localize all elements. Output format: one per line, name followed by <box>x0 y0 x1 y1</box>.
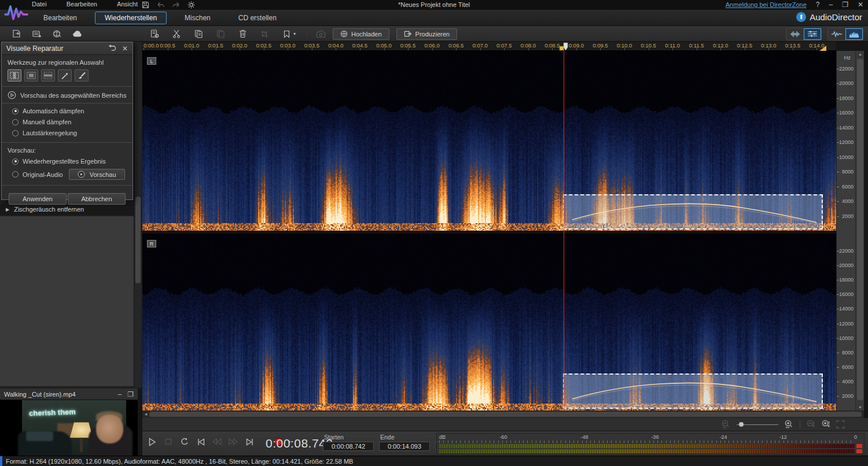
loop-button[interactable] <box>179 437 190 447</box>
copy-icon[interactable] <box>190 28 207 40</box>
hz-tick-label: 12000 <box>839 321 854 327</box>
preview-region-row[interactable]: Vorschau des ausgewählten Bereichs <box>8 91 127 99</box>
level-meter: dB -60-48-36-24-120 <box>436 433 865 454</box>
export-audio-icon[interactable] <box>28 28 46 40</box>
ruler-tick-mark <box>432 48 433 50</box>
video-maximize-icon[interactable]: ❒ <box>127 390 134 398</box>
video-frame[interactable]: cherish them <box>0 400 138 456</box>
properties-icon[interactable] <box>146 28 163 40</box>
marker-dropdown-icon[interactable]: ▾ <box>278 28 301 40</box>
reset-icon[interactable] <box>109 45 116 53</box>
magic-wand-tool-icon[interactable] <box>58 69 72 82</box>
repair-option-radio[interactable]: Automatisch dämpfen <box>12 108 127 114</box>
preview-button[interactable]: Vorschau <box>69 169 125 180</box>
restore-button[interactable]: ❐ <box>842 1 848 9</box>
tab-bearbeiten[interactable]: Bearbeiten <box>34 12 87 24</box>
delete-icon[interactable] <box>234 28 251 40</box>
play-button[interactable] <box>147 437 157 447</box>
waveform-view-icon[interactable] <box>828 28 845 40</box>
divider <box>307 31 307 38</box>
zoom-in-vertical-icon[interactable] <box>821 420 830 429</box>
cancel-button[interactable]: Abbrechen <box>68 193 126 205</box>
mixer-panel-icon[interactable] <box>804 28 821 40</box>
import-file-icon[interactable] <box>8 28 25 40</box>
minimize-button[interactable]: – <box>829 1 833 9</box>
spectral-view-icon[interactable] <box>845 28 863 40</box>
audiodirector-window: Datei Bearbeiten Ansicht *Neues Projekt … <box>0 0 868 466</box>
upgrade-icon[interactable]: ⬆ <box>796 12 806 22</box>
mode-restored-label: Wiederhergestelltes Ergebnis <box>23 158 106 165</box>
range-field-value[interactable]: 0:00:14.093 <box>379 442 430 451</box>
clip-indicator-left[interactable] <box>856 444 862 448</box>
dock-toggle-group <box>786 28 822 40</box>
ruler-tick-mark <box>816 48 817 50</box>
ruler-tick-mark <box>456 48 457 50</box>
range-field: Ende0:00:14.093 <box>379 434 430 451</box>
right-channel-spectrogram[interactable]: R <box>142 234 836 410</box>
tab-wiederherstellen[interactable]: Wiederherstellen <box>95 12 167 24</box>
hz-tick-mark <box>837 353 839 353</box>
vertical-scrollbar[interactable]: ▲ ▼ <box>855 51 864 410</box>
spectral-selection-right[interactable] <box>563 373 823 409</box>
scroll-up-icon[interactable]: ▲ <box>856 52 865 56</box>
stretch-view-icon[interactable] <box>786 28 804 40</box>
playhead-marker[interactable] <box>559 42 569 53</box>
directorzone-signin-link[interactable]: Anmeldung bei DirectorZone <box>726 1 807 8</box>
range-field-value[interactable]: 0:00:08.742 <box>323 442 374 451</box>
go-to-start-button[interactable] <box>196 437 206 447</box>
produce-button[interactable]: Produzieren <box>396 28 457 40</box>
scroll-left-icon[interactable]: ◄ <box>144 412 148 417</box>
close-button[interactable]: ✕ <box>858 1 863 9</box>
zoom-in-horizontal-icon[interactable] <box>784 420 794 429</box>
zoom-slider[interactable] <box>737 421 778 427</box>
rectangle-selection-tool-icon[interactable] <box>24 69 38 82</box>
upload-button[interactable]: Hochladen <box>333 28 389 40</box>
scrollbar-thumb[interactable] <box>149 412 862 417</box>
frequency-selection-tool-icon[interactable] <box>41 69 55 82</box>
zoom-out-vertical-icon <box>806 420 815 429</box>
divider <box>2 185 133 186</box>
titlebar-right: Anmeldung bei DirectorZone ? – ❐ ✕ <box>726 1 863 9</box>
time-selection-tool-icon[interactable] <box>8 69 21 82</box>
divider <box>2 142 133 143</box>
zoom-slider-knob[interactable] <box>739 422 744 427</box>
video-title-bar: Walking _Cut (siren).mp4 – ❒ <box>0 389 138 400</box>
ruler-tick-mark <box>745 48 745 50</box>
scrollbar-thumb[interactable] <box>135 197 141 283</box>
mode-original-radio[interactable]: Original-Audio <box>12 171 63 178</box>
apply-button[interactable]: Anwenden <box>9 193 67 205</box>
cloud-icon[interactable] <box>69 28 86 40</box>
close-dialog-icon[interactable]: ✕ <box>122 45 128 53</box>
toolbar: ▾ Hochladen Produzieren <box>0 26 868 42</box>
app-logo-icon <box>3 2 29 24</box>
ruler-tick-mark <box>600 48 601 50</box>
directorzone-download-icon[interactable] <box>49 28 66 40</box>
ruler-tick-mark <box>408 48 409 50</box>
hz-tick-mark <box>837 324 839 324</box>
horizontal-scrollbar[interactable]: ◄ <box>142 410 864 418</box>
tab-mischen[interactable]: Mischen <box>175 12 220 24</box>
timeline-ruler[interactable]: 0:00.00:00.50:01.00:01.50:02.00:02.50:03… <box>142 42 836 51</box>
cut-icon[interactable] <box>168 28 185 40</box>
help-button[interactable]: ? <box>816 1 820 9</box>
mode-restored-radio[interactable]: Wiederhergestelltes Ergebnis <box>12 158 127 165</box>
hz-tick-mark <box>837 280 839 280</box>
mode-tab-bar: BearbeitenWiederherstellenMischenCD erst… <box>0 10 868 26</box>
scrollbar-thumb[interactable] <box>857 59 863 400</box>
ruler-tick-mark <box>720 48 721 50</box>
repair-option-radio[interactable]: Lautstärkeregelung <box>12 130 127 136</box>
radio-icon <box>12 130 19 136</box>
scroll-down-icon[interactable]: ▼ <box>856 405 865 409</box>
remove-hiss-item[interactable]: ▶ Zischgeräusch entfernen <box>0 204 134 215</box>
tab-cd-erstellen[interactable]: CD erstellen <box>229 12 286 24</box>
video-minimize-icon[interactable]: – <box>118 390 122 398</box>
repair-option-radio[interactable]: Manuell dämpfen <box>12 119 127 125</box>
siren-sweep-curve <box>564 195 822 228</box>
clip-indicator-right[interactable] <box>856 449 862 453</box>
go-to-end-button[interactable] <box>244 437 255 447</box>
left-channel-spectrogram[interactable]: L <box>142 51 836 231</box>
left-panel-scrollbar[interactable] <box>134 42 141 387</box>
brush-tool-icon[interactable] <box>75 69 89 82</box>
ruler-tick-mark <box>649 48 649 50</box>
spectral-selection-left[interactable] <box>563 194 823 230</box>
